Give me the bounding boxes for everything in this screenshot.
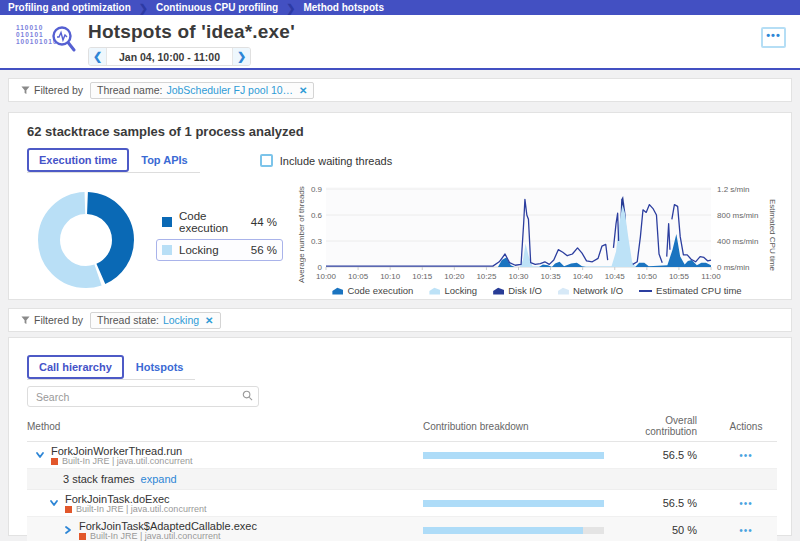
expand-frames-link[interactable]: expand [141, 473, 177, 485]
svg-text:0.6: 0.6 [311, 211, 323, 220]
hierarchy-tabs: Call hierarchy Hotspots [27, 355, 195, 380]
origin-badge-icon [79, 533, 86, 540]
timeline-legend-item-disk-i-o[interactable]: Disk I/O [493, 285, 542, 296]
header-more-actions-button[interactable]: ••• [761, 27, 786, 48]
next-interval-button[interactable]: ❯ [232, 48, 250, 65]
origin-label: Built-In JRE | java.util.concurrent [76, 505, 206, 514]
breadcrumb-item-method-hotspots[interactable]: Method hotspots [303, 2, 384, 13]
row-actions-button[interactable]: ••• [715, 525, 777, 536]
timeline-plot[interactable]: 0.90.60.301.2 s/min800 ms/min400 ms/min0… [306, 181, 768, 283]
method-name[interactable]: ForkJoinTask.doExec [65, 493, 206, 505]
profiler-logo: 110010 010101 100101010 [16, 24, 78, 68]
area-swatch-icon [558, 287, 569, 295]
svg-text:10:20: 10:20 [444, 272, 465, 281]
filter-funnel-icon [21, 86, 30, 95]
svg-text:10:00: 10:00 [316, 272, 337, 281]
svg-text:10:50: 10:50 [637, 272, 658, 281]
table-row[interactable]: ForkJoinWorkerThread.runBuilt-In JRE | j… [27, 442, 777, 469]
origin-badge-icon [51, 458, 58, 465]
legend-label: Code execution [347, 285, 413, 296]
timeline-chart: Average number of threads 0.90.60.301.2 … [297, 181, 777, 303]
y-axis-left-label: Average number of threads [297, 167, 306, 303]
magnifier-waveform-icon [50, 25, 76, 53]
chip-key: Thread name: [97, 84, 162, 96]
row-actions-button[interactable]: ••• [715, 450, 777, 461]
area-swatch-icon [493, 287, 504, 295]
methods-table: Method Contribution breakdown Overall co… [27, 415, 777, 541]
filtered-by-label: Filtered by [21, 314, 83, 326]
svg-text:400 ms/min: 400 ms/min [717, 237, 758, 246]
method-name[interactable]: ForkJoinTask$AdaptedCallable.exec [79, 520, 257, 532]
include-waiting-threads-checkbox[interactable] [260, 154, 273, 167]
tab-call-hierarchy[interactable]: Call hierarchy [27, 355, 124, 379]
legend-swatch-icon [162, 245, 172, 255]
breadcrumb-item-profiling[interactable]: Profiling and optimization [8, 2, 131, 13]
origin-badge-icon [65, 506, 72, 513]
prev-interval-button[interactable]: ❮ [89, 48, 107, 65]
tab-top-apis[interactable]: Top APIs [129, 148, 199, 172]
method-name[interactable]: ForkJoinWorkerThread.run [51, 445, 192, 457]
svg-text:10:30: 10:30 [508, 272, 529, 281]
svg-text:1.2 s/min: 1.2 s/min [717, 185, 749, 194]
col-contribution-breakdown: Contribution breakdown [423, 421, 619, 432]
origin-label: Built-In JRE | java.util.concurrent [62, 457, 192, 466]
legend-value: 44 % [251, 216, 277, 228]
table-row[interactable]: ForkJoinTask.doExecBuilt-In JRE | java.u… [27, 490, 777, 517]
area-swatch-icon [332, 287, 343, 295]
svg-text:10:40: 10:40 [573, 272, 594, 281]
svg-text:10:35: 10:35 [541, 272, 562, 281]
chevron-right-icon[interactable] [63, 525, 73, 535]
thread-name-filter-chip[interactable]: Thread name: JobScheduler FJ pool 10… ✕ [90, 82, 314, 99]
timeline-legend-item-locking[interactable]: Locking [429, 285, 477, 296]
remove-filter-icon[interactable]: ✕ [205, 315, 213, 326]
timeline-legend: Code executionLockingDisk I/ONetwork I/O… [306, 285, 768, 296]
col-actions: Actions [715, 421, 777, 432]
legend-label: Locking [179, 244, 244, 256]
svg-text:0.9: 0.9 [311, 185, 323, 194]
include-waiting-threads-option[interactable]: Include waiting threads [260, 154, 393, 167]
timeline-legend-item-code-execution[interactable]: Code execution [332, 285, 413, 296]
samples-summary: 62 stacktrace samples of 1 process analy… [27, 124, 777, 139]
legend-label: Estimated CPU time [656, 285, 742, 296]
tab-hotspots[interactable]: Hotspots [124, 355, 196, 379]
thread-state-donut-chart[interactable] [27, 181, 154, 303]
date-range-label[interactable]: Jan 04, 10:00 - 11:00 [107, 48, 232, 65]
contribution-bar-track [423, 500, 604, 507]
legend-label: Locking [444, 285, 477, 296]
search-icon [242, 390, 253, 401]
legend-value: 56 % [251, 244, 277, 256]
chip-value[interactable]: JobScheduler FJ pool 10… [166, 84, 293, 96]
contribution-bar-fill [423, 527, 583, 534]
chip-value[interactable]: Locking [163, 314, 199, 326]
chevron-down-icon[interactable] [49, 498, 59, 508]
search-input[interactable] [27, 386, 259, 407]
contribution-bar-track [423, 452, 604, 459]
svg-text:10:15: 10:15 [412, 272, 433, 281]
hotspots-overview-panel: 62 stacktrace samples of 1 process analy… [8, 112, 792, 300]
chevron-right-separator-icon: ❯ [139, 3, 148, 13]
overall-contribution-value: 50 % [619, 524, 715, 536]
thread-state-filter-chip[interactable]: Thread state: Locking ✕ [90, 312, 220, 329]
svg-text:0: 0 [318, 263, 323, 272]
y-axis-right-label: Estimated CPU time [768, 167, 777, 303]
chevron-down-icon[interactable] [35, 450, 45, 460]
donut-legend: Code execution44 %Locking56 % [156, 205, 283, 303]
overall-contribution-value: 56.5 % [619, 449, 715, 461]
breadcrumb-item-cpu-profiling[interactable]: Continuous CPU profiling [156, 2, 278, 13]
origin-label: Built-In JRE | java.util.concurrent [90, 532, 220, 541]
remove-filter-icon[interactable]: ✕ [299, 85, 307, 96]
timeline-legend-item-network-i-o[interactable]: Network I/O [558, 285, 623, 296]
donut-legend-item-code-execution[interactable]: Code execution44 % [156, 205, 283, 239]
table-row[interactable]: ForkJoinTask$AdaptedCallable.execBuilt-I… [27, 517, 777, 541]
date-range-picker: ❮ Jan 04, 10:00 - 11:00 ❯ [88, 47, 251, 66]
donut-legend-item-locking[interactable]: Locking56 % [156, 239, 283, 261]
view-tabs: Execution time Top APIs [27, 148, 200, 173]
svg-text:10:10: 10:10 [380, 272, 401, 281]
row-actions-button[interactable]: ••• [715, 498, 777, 509]
chevron-right-separator-icon: ❯ [286, 3, 295, 13]
timeline-legend-item-estimated-cpu-time[interactable]: Estimated CPU time [639, 285, 742, 296]
area-swatch-icon [429, 287, 440, 295]
filter-funnel-icon [21, 316, 30, 325]
contribution-bar-track [423, 527, 604, 534]
tab-execution-time[interactable]: Execution time [27, 148, 129, 172]
